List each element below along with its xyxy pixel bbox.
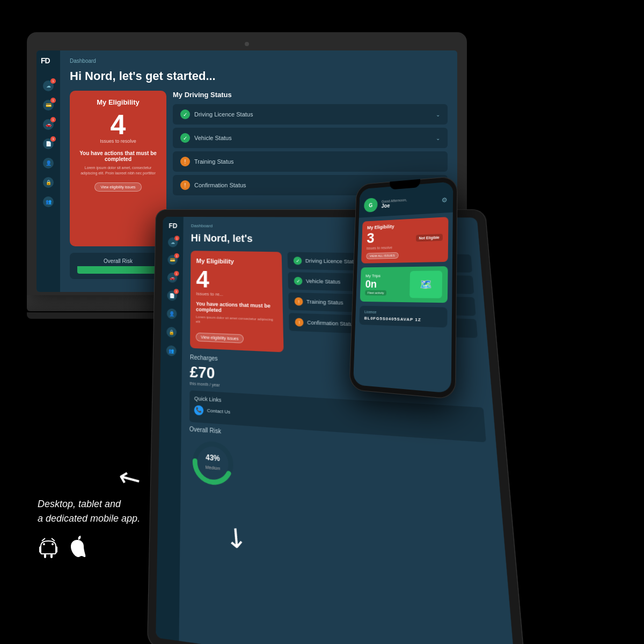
sidebar-icon-user2[interactable]: 👥 <box>43 196 54 207</box>
sidebar-icon-user[interactable]: 👤 <box>43 158 54 169</box>
trip-map-icon: 🗺️ <box>409 270 442 298</box>
eligibility-title: My Eligibility <box>97 98 139 106</box>
tagline-line1: Desktop, tablet and <box>38 497 140 511</box>
svg-text:43%: 43% <box>206 453 220 463</box>
laptop-logo: FD <box>41 56 56 68</box>
svg-rect-8 <box>44 554 46 558</box>
eligibility-card: My Eligibility 4 Issues to resolve You h… <box>70 91 166 246</box>
tablet-logo: FD <box>169 222 177 230</box>
view-eligibility-button[interactable]: View eligibility issues <box>94 182 141 192</box>
tablet-status-icon-vehicle: ✓ <box>294 277 303 286</box>
sidebar-icon-lock[interactable]: 🔒 <box>43 177 54 188</box>
tablet-icon-lock[interactable]: 🔒 <box>166 327 177 338</box>
platform-icons <box>38 535 140 558</box>
tablet-body: FD ☁1 💳1 🚗1 📄3 👤 🔒 👥 Dashboard Hi Nord, … <box>147 209 528 644</box>
status-icon-orange-training: ! <box>180 157 190 166</box>
status-label-training: Training Status <box>194 158 234 165</box>
svg-point-4 <box>43 543 45 545</box>
eligibility-warning: You have actions that must be completed <box>76 150 160 162</box>
laptop-camera <box>245 42 249 46</box>
status-item-licence[interactable]: ✓ Driving Licence Status ⌄ <box>173 104 448 125</box>
tablet-icon-card[interactable]: 💳1 <box>167 255 178 265</box>
svg-rect-6 <box>39 546 41 553</box>
gear-icon[interactable]: ⚙ <box>442 196 448 204</box>
svg-line-11 <box>52 538 55 541</box>
tablet-icon-cloud[interactable]: ☁1 <box>168 237 178 247</box>
phone-view-issues-button[interactable]: VIEW ALL ISSUES <box>366 252 398 259</box>
status-icon-green-vehicle: ✓ <box>180 133 190 143</box>
svg-line-10 <box>42 538 45 541</box>
phone-licence-title: Licence <box>364 310 442 316</box>
arrow-left-decoration: ↖ <box>112 459 147 497</box>
tablet-elig-warning: You have actions that must be completed <box>196 301 277 314</box>
tablet-elig-title: My Eligibility <box>196 258 276 266</box>
tablet-eligibility-card: My Eligibility 4 Issues to re... You hav… <box>190 251 284 352</box>
phone-elig-sub: issues to resolve <box>367 246 392 250</box>
android-icon <box>38 535 59 558</box>
tablet-status-label-confirmation: Confirmation Status <box>307 319 356 327</box>
tagline-line2: a dedicated mobile app. <box>38 511 140 526</box>
tablet-icon-car[interactable]: 🚗1 <box>167 273 178 283</box>
status-icon-green: ✓ <box>180 109 190 119</box>
phone-icon: 📞 <box>194 405 203 415</box>
tablet-screen: FD ☁1 💳1 🚗1 📄3 👤 🔒 👥 Dashboard Hi Nord, … <box>156 217 517 644</box>
status-label-licence: Driving Licence Status <box>194 111 253 118</box>
phone-licence-number: BL0FG5S0405SAVAP 1Z <box>364 316 442 323</box>
tablet-icon-user2[interactable]: 👥 <box>166 345 177 356</box>
risk-gauge-svg: 43% Medium <box>189 436 237 491</box>
phone-device: G Good Afternoon, Joe ⚙ My Eligibility 3 <box>349 176 457 400</box>
tablet-main: Dashboard Hi Nord, let's My Eligibility … <box>179 217 517 644</box>
tablet-elig-number: 4 <box>196 267 276 293</box>
svg-text:Medium: Medium <box>206 465 221 471</box>
sidebar-icon-card[interactable]: 💳1 <box>43 100 54 111</box>
status-label-vehicle: Vehicle Status <box>194 135 232 141</box>
eligibility-desc: Lorem ipsum dolor sit amet, consectetur … <box>76 165 160 176</box>
tablet-view-eligibility-button[interactable]: View eligibility issues <box>196 332 244 343</box>
overall-risk-title: Overall Risk <box>77 258 159 264</box>
phone-trip-num: 0n <box>365 278 387 290</box>
tablet-icon-doc[interactable]: 📄3 <box>167 290 177 301</box>
status-icon-orange-confirmation: ! <box>180 180 190 190</box>
tablet-status-icon-confirmation: ! <box>295 318 303 326</box>
tablet-icon-user[interactable]: 👤 <box>167 309 177 319</box>
tablet-status-label-licence: Driving Licence Status <box>305 258 360 265</box>
tablet-elig-desc: Lorem ipsum dolor sit amet consectetur a… <box>196 314 277 327</box>
eligibility-issues-label: Issues to resolve <box>100 138 136 144</box>
phone-elig-num: 3 <box>367 229 393 246</box>
driving-status-title: My Driving Status <box>173 91 448 99</box>
sidebar-icon-car[interactable]: 🚗1 <box>43 119 54 130</box>
greeting: Hi Nord, let's get started... <box>70 69 448 83</box>
laptop-sidebar: FD ☁1 💳1 🚗1 📄3 👤 🔒 👥 <box>36 50 60 292</box>
tablet-device: FD ☁1 💳1 🚗1 📄3 👤 🔒 👥 Dashboard Hi Nord, … <box>147 209 528 644</box>
bottom-text-block: Desktop, tablet and a dedicated mobile a… <box>38 497 140 558</box>
phone-trip-badge: Fleet activity <box>365 290 386 296</box>
tablet-status-label-training: Training Status <box>306 299 343 306</box>
phone-licence-card: Licence BL0FG5S0405SAVAP 1Z <box>359 306 448 328</box>
svg-rect-7 <box>55 546 57 553</box>
svg-point-5 <box>52 543 54 545</box>
phone-body: G Good Afternoon, Joe ⚙ My Eligibility 3 <box>349 176 457 400</box>
phone-content: My Eligibility 3 issues to resolve Not E… <box>355 213 452 337</box>
chevron-down-icon-vehicle: ⌄ <box>436 135 440 141</box>
status-item-training[interactable]: ! Training Status <box>173 151 448 172</box>
chevron-down-icon: ⌄ <box>436 112 440 118</box>
svg-rect-9 <box>50 554 53 558</box>
tablet-status-label-vehicle: Vehicle Status <box>306 278 341 284</box>
user-name: Joe <box>381 202 407 209</box>
phone-trip-card: My Trips 0n Fleet activity 🗺️ <box>360 266 448 303</box>
tablet-status-icon-licence: ✓ <box>294 257 302 265</box>
phone-not-eligible-badge: Not Eligible <box>415 234 443 242</box>
breadcrumb: Dashboard <box>70 58 448 64</box>
apple-icon <box>68 535 87 558</box>
eligibility-number: 4 <box>111 111 126 138</box>
risk-bar <box>77 266 159 274</box>
sidebar-icon-cloud[interactable]: ☁1 <box>43 80 54 91</box>
status-label-confirmation: Confirmation Status <box>194 182 246 188</box>
phone-eligibility-card: My Eligibility 3 issues to resolve Not E… <box>361 217 449 264</box>
avatar: G <box>364 197 378 213</box>
phone-screen: G Good Afternoon, Joe ⚙ My Eligibility 3 <box>353 181 453 393</box>
overall-risk-card: Overall Risk <box>70 253 166 279</box>
sidebar-icon-doc[interactable]: 📄3 <box>43 138 54 149</box>
tablet-ql-contact-label: Contact Us <box>207 408 231 415</box>
status-item-vehicle[interactable]: ✓ Vehicle Status ⌄ <box>173 128 448 148</box>
